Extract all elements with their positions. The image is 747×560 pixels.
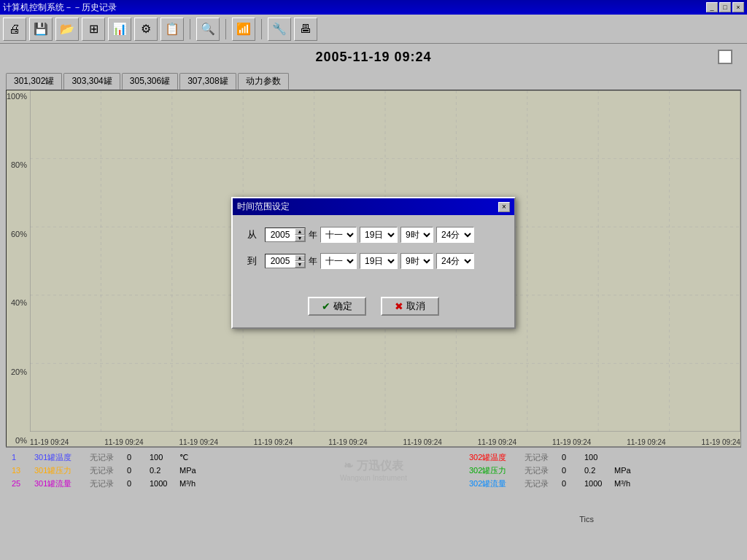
to-year-field[interactable]: ▲ ▼ xyxy=(265,254,306,268)
from-year-label: 年 xyxy=(309,229,317,241)
to-min-select[interactable]: 24分 xyxy=(436,253,474,269)
to-year-input[interactable] xyxy=(266,256,295,266)
cancel-label: 取消 xyxy=(406,300,425,313)
to-hour-select[interactable]: 9时 xyxy=(400,253,433,269)
dialog-body: 从 ▲ ▼ 年 十一 19日 xyxy=(233,215,514,291)
from-month-select[interactable]: 十一 xyxy=(320,227,357,243)
dialog-to-row: 到 ▲ ▼ 年 十一 19日 xyxy=(247,253,500,269)
ok-label: 确定 xyxy=(333,300,352,313)
from-year-up[interactable]: ▲ xyxy=(295,228,305,235)
dialog-to-label: 到 xyxy=(247,254,262,268)
dialog-cancel-button[interactable]: ✖ 取消 xyxy=(381,297,439,316)
from-year-input[interactable] xyxy=(266,230,295,240)
dialog-close-button[interactable]: × xyxy=(498,202,510,212)
to-month-select[interactable]: 十一 xyxy=(320,253,357,269)
from-year-spinbtns: ▲ ▼ xyxy=(295,228,305,241)
dialog-buttons: ✔ 确定 ✖ 取消 xyxy=(233,291,514,327)
dialog-title-bar: 时间范围设定 × xyxy=(233,198,514,215)
to-year-down[interactable]: ▼ xyxy=(295,261,305,268)
time-range-dialog: 时间范围设定 × 从 ▲ ▼ 年 十一 xyxy=(231,197,516,329)
from-min-select[interactable]: 24分 xyxy=(436,227,474,243)
to-year-label: 年 xyxy=(309,255,317,268)
to-year-up[interactable]: ▲ xyxy=(295,254,305,261)
ok-icon: ✔ xyxy=(322,300,330,312)
cancel-icon: ✖ xyxy=(395,300,403,312)
dialog-from-row: 从 ▲ ▼ 年 十一 19日 xyxy=(247,227,500,243)
from-year-field[interactable]: ▲ ▼ xyxy=(265,228,306,242)
from-hour-select[interactable]: 9时 xyxy=(400,227,433,243)
from-year-down[interactable]: ▼ xyxy=(295,235,305,241)
to-day-select[interactable]: 19日 xyxy=(360,253,398,269)
modal-overlay: 时间范围设定 × 从 ▲ ▼ 年 十一 xyxy=(0,0,747,560)
dialog-ok-button[interactable]: ✔ 确定 xyxy=(308,297,366,316)
dialog-from-label: 从 xyxy=(247,228,262,241)
from-day-select[interactable]: 19日 xyxy=(360,227,398,243)
to-year-spinbtns: ▲ ▼ xyxy=(295,254,305,268)
dialog-title-text: 时间范围设定 xyxy=(237,201,290,213)
